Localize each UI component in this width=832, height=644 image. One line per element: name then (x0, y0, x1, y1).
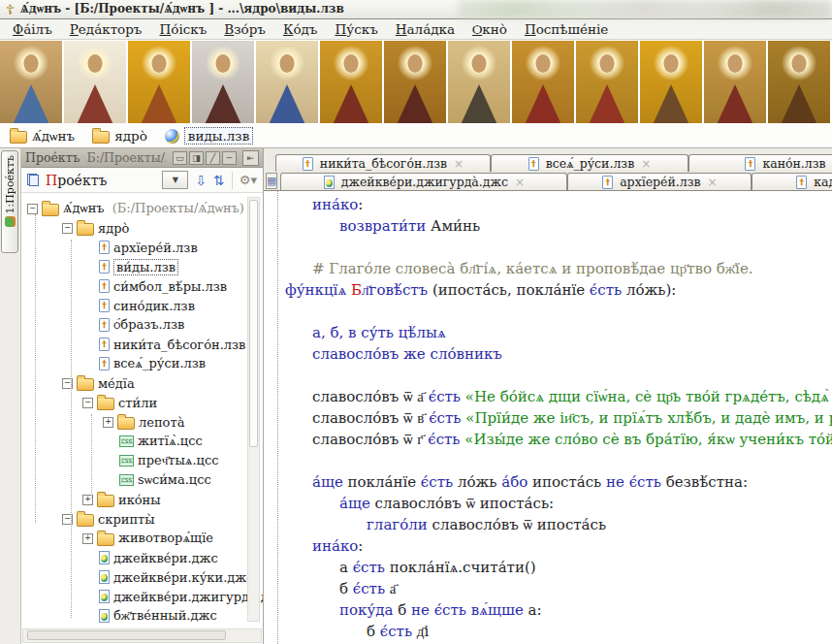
gear-icon[interactable]: ⚙▾ (240, 173, 257, 187)
tree-row[interactable]: −ядро̀ (21, 218, 263, 238)
theotokos-child-thumbnail[interactable] (384, 41, 446, 123)
tree-expander-minus[interactable]: − (82, 398, 93, 408)
tree-row[interactable]: −Ѧ́дѡнъ (Б:/Проекты/Ѧ́дѡнъ) (21, 199, 263, 218)
code-line: # Глаго́ле словеса̀ бл҃гі́ѧ, ка́етсѧ и п… (264, 258, 832, 279)
editor-tab[interactable]: джейкве́ри.джигурда̀.джс× (280, 173, 567, 190)
minimize-icon[interactable]: ─ (222, 151, 237, 165)
menu-item-5[interactable]: Ко́дъ (274, 20, 326, 38)
tab-list-grid-icon[interactable]: ▦ (266, 173, 277, 189)
tree-expander-minus[interactable]: − (27, 204, 38, 214)
tree-row[interactable]: †всеѧ́_ру́си.лзв (21, 354, 263, 373)
code-line: ина́ко: (264, 535, 832, 557)
pantocrator-book-thumbnail[interactable] (448, 41, 510, 123)
tree-horizontal-scrollbar[interactable] (22, 628, 262, 643)
christ-red-thumbnail[interactable] (320, 41, 382, 123)
editor-tab[interactable]: †всеѧ́_ру́си.лзв× (491, 154, 688, 172)
tree-row[interactable]: +лепота̀ (21, 412, 263, 432)
tree-row[interactable]: †архїере́й.лзв (21, 238, 263, 257)
editor-tab[interactable]: †ники́та_бѣсого́н.лзв× (275, 154, 491, 172)
tree-expander-plus[interactable]: + (82, 533, 93, 544)
tree-row[interactable]: джейкве́ри.ку́ки.джс (21, 567, 263, 587)
tree-row[interactable]: †сино́дик.лзв (21, 296, 263, 315)
editor-tab[interactable]: †кади́ло.лзв (752, 173, 832, 190)
app-cross-icon: ☦ (6, 3, 15, 16)
code-token-kw: є́сть (353, 559, 385, 576)
breadcrumb-item-3[interactable]: виды.лзв (165, 127, 254, 145)
breadcrumb-item-2[interactable]: ядро̀ (92, 128, 147, 144)
tree-item-label: сино́дик.лзв (113, 299, 195, 313)
code-token-pl: славосло́въ ѿ ипоста́сь: (370, 495, 554, 512)
tree-row[interactable]: +ико́ны (21, 490, 263, 509)
menu-item-2[interactable]: Реда́кторъ (61, 20, 151, 38)
menu-item-1[interactable]: Фа́ілъ (4, 20, 61, 38)
collapse-all-icon[interactable]: ⇅ (213, 173, 225, 188)
menu-item-9[interactable]: Поспѣше́ніе (516, 20, 617, 38)
tree-vertical-scrollbar-thumb[interactable] (249, 200, 258, 447)
trinity-thumbnail[interactable] (0, 41, 62, 123)
tree-row[interactable]: бж҃тве́нный.джс (21, 606, 263, 626)
editor-tab[interactable]: †архїере́й.лзв× (567, 173, 752, 190)
tree-row[interactable]: −скрипты̀ (21, 509, 263, 529)
christ-sepia-thumbnail[interactable] (768, 41, 830, 123)
code-line: б є́сть д҃і (264, 621, 832, 642)
code-line: поку́да б не є́сть вѧ́щше а: (264, 599, 832, 621)
project-combo-dropdown[interactable]: ▼ (162, 171, 188, 189)
menu-item-7[interactable]: Нала́дка (387, 20, 464, 38)
christ-gold-thumbnail[interactable] (128, 41, 190, 123)
lzv-file-icon: † (796, 176, 807, 189)
editor-tab[interactable]: †кано́н.лзв (688, 154, 832, 172)
tree-row[interactable]: †ѻ́бразъ.лзв (21, 315, 263, 335)
menu-item-6[interactable]: Пу́скъ (326, 20, 386, 38)
tree-row[interactable]: cssпреч҃тыѧ.цсс (21, 451, 263, 470)
tree-row[interactable]: −сти́ли (21, 393, 263, 412)
tree-row[interactable]: †си́мбол_вѣ́ры.лзв (21, 276, 263, 296)
title-bar[interactable]: ☦ Ѧ́дѡнъ - [Б:/Проекты/Ѧ́дѡнъ ] - ...\яд… (0, 0, 832, 19)
christ-blessing-thumbnail[interactable] (640, 41, 702, 123)
christ-teaching-thumbnail[interactable] (576, 41, 638, 123)
code-text: ина́ко:возврати́ти Ами́нь# Глаго́ле слов… (264, 191, 832, 644)
restore-icon[interactable]: ▭ (173, 151, 187, 165)
mandylion-thumbnail[interactable] (64, 41, 126, 123)
lzv-file-icon: † (99, 299, 110, 312)
dock-icon[interactable]: ◨ (189, 151, 204, 165)
theotokos-red-thumbnail[interactable] (512, 41, 574, 123)
tab-close-icon[interactable]: × (708, 176, 718, 189)
code-token-kw: є́сть (429, 409, 461, 427)
tree-row[interactable]: †ви́ды.лзв (21, 257, 263, 276)
project-side-tab[interactable]: 1:Прое́ктъ (1, 150, 18, 253)
tree-row[interactable]: −ме́дїа (21, 373, 263, 393)
tree-expander-plus[interactable]: + (103, 417, 113, 428)
tree-row[interactable]: +животворѧ́щїе (21, 529, 263, 548)
tree-row[interactable]: джейкве́ри.джигурда̀.джс (21, 587, 263, 606)
tab-close-icon[interactable]: × (641, 157, 651, 171)
tab-close-icon[interactable]: × (515, 176, 525, 189)
float-icon[interactable]: ╱ (206, 151, 220, 165)
project-panel-body: Прое́ктъ Б:/Проекты/Ѧ́д... ▭◨╱─⇤ Прое́кт… (21, 148, 264, 644)
tab-close-icon[interactable]: × (454, 157, 464, 171)
panel-path: Б:/Проекты/Ѧ́д... (87, 150, 166, 166)
tree-row[interactable]: †ники́та_бѣсого́н.лзв (21, 335, 263, 354)
menu-item-3[interactable]: По́іскъ (150, 20, 215, 38)
tree-row[interactable]: джейкве́ри.джс (21, 548, 263, 567)
menu-item-8[interactable]: Ѻкно̀ (464, 20, 516, 39)
expand-all-icon[interactable]: ⇩ (195, 173, 207, 188)
css-file-icon: css (119, 474, 134, 486)
project-panel-header[interactable]: Прое́ктъ Б:/Проекты/Ѧ́д... ▭◨╱─⇤ (21, 148, 263, 168)
code-token-kw: а́ще (339, 495, 370, 512)
code-area[interactable]: ина́ко:возврати́ти Ами́нь# Глаго́ле слов… (264, 190, 832, 644)
titlebar-blur-decoration (458, 0, 832, 18)
hide-panel-icon[interactable]: ⇤ (242, 150, 259, 166)
theotokos-blue-thumbnail[interactable] (256, 41, 318, 123)
code-token-pl: ): (665, 281, 676, 299)
pantocrator-open-book-thumbnail[interactable] (704, 41, 766, 123)
tree-row[interactable]: cssжитїѧ̀.цсс (21, 432, 263, 451)
code-token-kw: є́сть (590, 281, 622, 299)
theotokos-silver-thumbnail[interactable] (192, 41, 254, 123)
tree-expander-minus[interactable]: − (62, 223, 73, 234)
tree-item-label: всеѧ́_ру́си.лзв (113, 356, 206, 371)
breadcrumb-item-1[interactable]: Ѧ́дѡнъ (10, 128, 75, 145)
tree-horizontal-scrollbar-thumb[interactable] (27, 630, 226, 640)
menu-item-4[interactable]: Взо́ръ (215, 20, 274, 38)
tree-row[interactable]: cssѕѡси́ма.цсс (21, 470, 263, 490)
tree-vertical-scrollbar[interactable] (247, 197, 260, 622)
